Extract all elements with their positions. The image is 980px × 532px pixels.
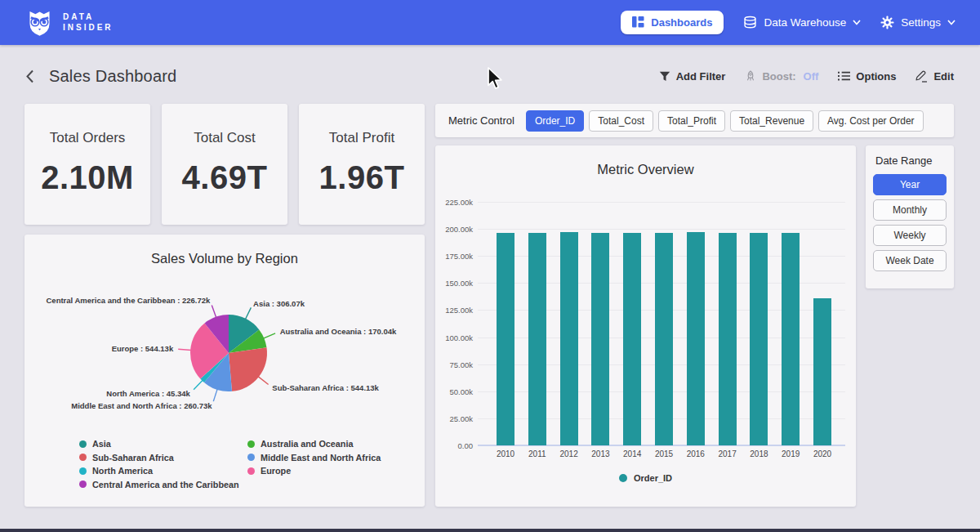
- x-tick-label: 2019: [774, 449, 807, 458]
- date-range-weekly[interactable]: Weekly: [873, 225, 947, 246]
- legend-dot: [79, 481, 87, 488]
- options-button[interactable]: Options: [838, 70, 896, 83]
- legend-label: Australia and Oceania: [261, 439, 353, 449]
- bottom-edge: [0, 529, 980, 532]
- legend-label: Europe: [261, 466, 291, 476]
- pie-slice-label: North America : 45.34k: [106, 389, 190, 398]
- x-tick-label: 2020: [806, 449, 839, 458]
- rocket-icon: [745, 70, 756, 82]
- metric-chip-total-profit[interactable]: Total_Profit: [658, 110, 725, 132]
- app-window: DATA INSIDER Dashboards: [0, 0, 980, 532]
- legend-dot: [247, 467, 255, 475]
- pie-legend-item-north-america[interactable]: North America: [79, 466, 239, 476]
- pie-legend-item-middle-east-and-north-africa[interactable]: Middle East and North Africa: [247, 453, 381, 463]
- bar-plot: 0.0025.00k50.00k75.00k100.00k125.00k150.…: [478, 202, 845, 445]
- back-button[interactable]: [21, 68, 38, 84]
- y-tick-label: 0.00: [437, 441, 473, 450]
- settings-menu[interactable]: Settings: [880, 16, 956, 29]
- legend-label: Central America and the Caribbean: [92, 480, 239, 490]
- pie-leader-line: [245, 307, 251, 319]
- legend-label: Middle East and North Africa: [261, 453, 381, 463]
- date-range-card: Date Range YearMonthlyWeeklyWeek Date: [866, 145, 954, 288]
- owl-logo-icon: [24, 7, 55, 38]
- kpi-value: 2.10M: [41, 159, 134, 196]
- kpi-label: Total Profit: [329, 130, 394, 146]
- legend-dot: [247, 454, 255, 461]
- bar-chart-card: Metric Overview 0.0025.00k50.00k75.00k10…: [435, 145, 856, 507]
- gridline: [478, 229, 845, 230]
- x-tick-label: 2015: [648, 449, 680, 458]
- header-actions: Add Filter Boost:Off Options: [659, 70, 954, 83]
- legend-dot: [79, 454, 87, 461]
- bar-2015: [655, 233, 673, 445]
- legend-dot: [619, 474, 627, 482]
- pie-slice-label: Middle East and North Africa : 260.73k: [71, 401, 212, 410]
- dashboards-button[interactable]: Dashboards: [621, 11, 724, 34]
- boost-toggle[interactable]: Boost:Off: [745, 70, 818, 83]
- pie-legend-item-europe[interactable]: Europe: [247, 466, 381, 476]
- pie-chart: Asia : 306.07kAustralia and Oceania : 17…: [24, 235, 425, 431]
- dashboards-label: Dashboards: [651, 16, 712, 29]
- pie-leader-line: [213, 389, 217, 401]
- filter-funnel-icon: [659, 71, 670, 82]
- legend-dot: [79, 440, 87, 448]
- metric-control-label: Metric Control: [448, 114, 514, 127]
- pie-legend-item-asia[interactable]: Asia: [79, 439, 239, 449]
- kpi-card: Total Orders 2.10M: [24, 104, 150, 225]
- metric-control-card: Metric Control Order_IDTotal_CostTotal_P…: [435, 104, 954, 137]
- pencil-icon: [915, 70, 928, 83]
- edit-label: Edit: [933, 70, 954, 83]
- kpi-value: 4.69T: [182, 159, 268, 196]
- top-nav-bar: DATA INSIDER Dashboards: [0, 0, 980, 45]
- pie-slice-label: Sub-Saharan Africa : 544.13k: [272, 383, 379, 392]
- boost-state: Off: [804, 70, 819, 83]
- metric-chip-total-revenue[interactable]: Total_Revenue: [730, 110, 813, 132]
- dashboards-grid-icon: [632, 16, 644, 29]
- pie-leader-line: [194, 380, 203, 390]
- edit-button[interactable]: Edit: [915, 70, 954, 83]
- x-tick-label: 2010: [489, 449, 522, 458]
- kpi-card: Total Profit 1.96T: [299, 104, 425, 225]
- legend-series-label: Order_ID: [634, 473, 672, 483]
- y-tick-label: 50.00k: [437, 387, 473, 396]
- bar-2010: [497, 233, 514, 445]
- pie-leader-line: [263, 333, 275, 338]
- brand-logo[interactable]: DATA INSIDER: [24, 7, 114, 38]
- bar-chart-legend[interactable]: Order_ID: [435, 473, 856, 483]
- x-tick-label: 2017: [711, 449, 744, 458]
- pie-legend-column: Australia and Oceania Middle East and No…: [247, 439, 381, 476]
- y-tick-label: 175.00k: [437, 252, 473, 261]
- x-tick-label: 2011: [521, 449, 554, 458]
- pie-legend-item-australia-and-oceania[interactable]: Australia and Oceania: [247, 439, 381, 449]
- list-options-icon: [838, 71, 850, 81]
- metric-chip-avg-cost-per-order[interactable]: Avg. Cost per Order: [818, 110, 924, 132]
- pie-legend-item-central-america-and-the-caribbean[interactable]: Central America and the Caribbean: [79, 480, 239, 490]
- bar-2016: [687, 232, 705, 445]
- pie-legend-item-sub-saharan-africa[interactable]: Sub-Saharan Africa: [79, 453, 239, 463]
- date-range-week-date[interactable]: Week Date: [873, 250, 947, 271]
- kpi-value: 1.96T: [319, 159, 405, 196]
- chevron-down-icon: [947, 20, 956, 25]
- data-warehouse-menu[interactable]: Data Warehouse: [743, 16, 861, 29]
- legend-dot: [247, 440, 255, 448]
- data-warehouse-label: Data Warehouse: [764, 16, 846, 29]
- pie-slice-label: Europe : 544.13k: [112, 344, 174, 353]
- bar-2014: [623, 233, 641, 445]
- pie-slice-label: Asia : 306.07k: [253, 299, 305, 308]
- chevron-down-icon: [853, 20, 861, 25]
- pie-slice-sub-saharan-africa: [229, 347, 267, 391]
- pie-legend-column: Asia Sub-Saharan Africa North America Ce…: [79, 439, 239, 490]
- metric-chip-total-cost[interactable]: Total_Cost: [589, 110, 653, 132]
- kpi-card: Total Cost 4.69T: [162, 104, 287, 225]
- pie-slice-label: Australia and Oceania : 170.04k: [280, 327, 397, 336]
- brand-line1: DATA: [63, 13, 114, 21]
- date-range-label: Date Range: [873, 154, 947, 167]
- add-filter-button[interactable]: Add Filter: [659, 70, 726, 83]
- legend-label: Sub-Saharan Africa: [92, 453, 174, 463]
- metric-chips: Order_IDTotal_CostTotal_ProfitTotal_Reve…: [526, 110, 924, 132]
- pie-card: Sales Volume by Region Asia : 306.07kAus…: [24, 235, 425, 507]
- legend-dot: [79, 467, 87, 475]
- date-range-monthly[interactable]: Monthly: [873, 199, 947, 221]
- metric-chip-order-id[interactable]: Order_ID: [526, 110, 584, 132]
- date-range-year[interactable]: Year: [873, 174, 947, 195]
